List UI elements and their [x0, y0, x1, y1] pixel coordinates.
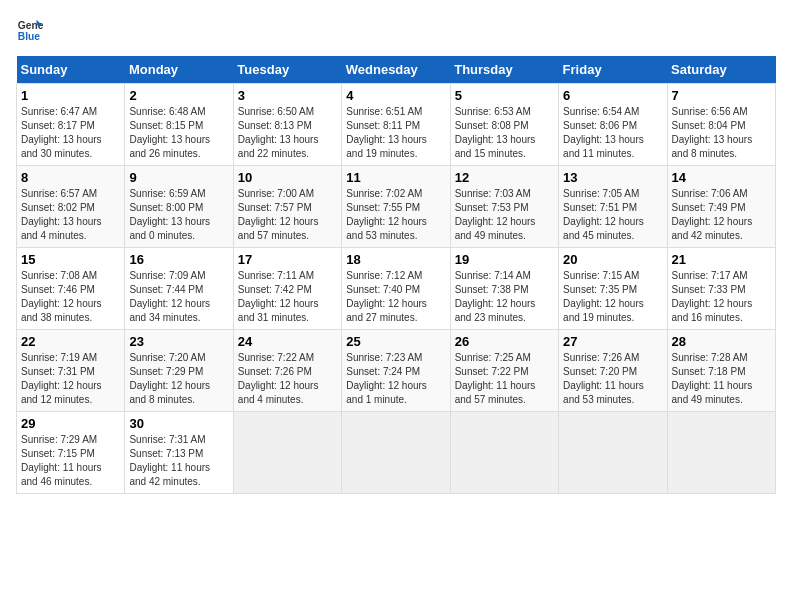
calendar-cell: 27Sunrise: 7:26 AM Sunset: 7:20 PM Dayli…: [559, 330, 667, 412]
calendar-cell: 19Sunrise: 7:14 AM Sunset: 7:38 PM Dayli…: [450, 248, 558, 330]
day-number: 22: [21, 334, 120, 349]
calendar-cell: 4Sunrise: 6:51 AM Sunset: 8:11 PM Daylig…: [342, 84, 450, 166]
calendar-cell: 25Sunrise: 7:23 AM Sunset: 7:24 PM Dayli…: [342, 330, 450, 412]
day-info: Sunrise: 6:54 AM Sunset: 8:06 PM Dayligh…: [563, 105, 662, 161]
calendar-header-row: SundayMondayTuesdayWednesdayThursdayFrid…: [17, 56, 776, 84]
day-info: Sunrise: 7:20 AM Sunset: 7:29 PM Dayligh…: [129, 351, 228, 407]
calendar-cell: 11Sunrise: 7:02 AM Sunset: 7:55 PM Dayli…: [342, 166, 450, 248]
calendar-cell: 17Sunrise: 7:11 AM Sunset: 7:42 PM Dayli…: [233, 248, 341, 330]
day-number: 19: [455, 252, 554, 267]
day-info: Sunrise: 7:08 AM Sunset: 7:46 PM Dayligh…: [21, 269, 120, 325]
calendar-cell: 2Sunrise: 6:48 AM Sunset: 8:15 PM Daylig…: [125, 84, 233, 166]
calendar-cell: 6Sunrise: 6:54 AM Sunset: 8:06 PM Daylig…: [559, 84, 667, 166]
day-info: Sunrise: 6:59 AM Sunset: 8:00 PM Dayligh…: [129, 187, 228, 243]
day-info: Sunrise: 6:51 AM Sunset: 8:11 PM Dayligh…: [346, 105, 445, 161]
day-info: Sunrise: 6:53 AM Sunset: 8:08 PM Dayligh…: [455, 105, 554, 161]
day-number: 16: [129, 252, 228, 267]
calendar-cell: [233, 412, 341, 494]
day-info: Sunrise: 7:00 AM Sunset: 7:57 PM Dayligh…: [238, 187, 337, 243]
day-of-week-header: Saturday: [667, 56, 775, 84]
day-number: 27: [563, 334, 662, 349]
day-of-week-header: Wednesday: [342, 56, 450, 84]
calendar-cell: 10Sunrise: 7:00 AM Sunset: 7:57 PM Dayli…: [233, 166, 341, 248]
calendar-cell: 13Sunrise: 7:05 AM Sunset: 7:51 PM Dayli…: [559, 166, 667, 248]
calendar-cell: 9Sunrise: 6:59 AM Sunset: 8:00 PM Daylig…: [125, 166, 233, 248]
day-number: 21: [672, 252, 771, 267]
day-info: Sunrise: 7:17 AM Sunset: 7:33 PM Dayligh…: [672, 269, 771, 325]
day-info: Sunrise: 6:56 AM Sunset: 8:04 PM Dayligh…: [672, 105, 771, 161]
day-number: 17: [238, 252, 337, 267]
day-info: Sunrise: 6:47 AM Sunset: 8:17 PM Dayligh…: [21, 105, 120, 161]
day-info: Sunrise: 7:06 AM Sunset: 7:49 PM Dayligh…: [672, 187, 771, 243]
day-info: Sunrise: 7:29 AM Sunset: 7:15 PM Dayligh…: [21, 433, 120, 489]
day-number: 9: [129, 170, 228, 185]
calendar-cell: 12Sunrise: 7:03 AM Sunset: 7:53 PM Dayli…: [450, 166, 558, 248]
day-info: Sunrise: 7:26 AM Sunset: 7:20 PM Dayligh…: [563, 351, 662, 407]
day-number: 7: [672, 88, 771, 103]
calendar-cell: [559, 412, 667, 494]
logo: General Blue: [16, 16, 44, 44]
calendar-cell: 15Sunrise: 7:08 AM Sunset: 7:46 PM Dayli…: [17, 248, 125, 330]
day-info: Sunrise: 7:31 AM Sunset: 7:13 PM Dayligh…: [129, 433, 228, 489]
day-info: Sunrise: 7:05 AM Sunset: 7:51 PM Dayligh…: [563, 187, 662, 243]
calendar-cell: 18Sunrise: 7:12 AM Sunset: 7:40 PM Dayli…: [342, 248, 450, 330]
day-info: Sunrise: 7:03 AM Sunset: 7:53 PM Dayligh…: [455, 187, 554, 243]
day-number: 29: [21, 416, 120, 431]
day-info: Sunrise: 6:48 AM Sunset: 8:15 PM Dayligh…: [129, 105, 228, 161]
svg-text:General: General: [18, 20, 44, 31]
day-number: 2: [129, 88, 228, 103]
day-of-week-header: Monday: [125, 56, 233, 84]
calendar-cell: 20Sunrise: 7:15 AM Sunset: 7:35 PM Dayli…: [559, 248, 667, 330]
calendar-table: SundayMondayTuesdayWednesdayThursdayFrid…: [16, 56, 776, 494]
calendar-cell: 26Sunrise: 7:25 AM Sunset: 7:22 PM Dayli…: [450, 330, 558, 412]
day-number: 18: [346, 252, 445, 267]
calendar-cell: [450, 412, 558, 494]
day-info: Sunrise: 7:23 AM Sunset: 7:24 PM Dayligh…: [346, 351, 445, 407]
day-info: Sunrise: 7:22 AM Sunset: 7:26 PM Dayligh…: [238, 351, 337, 407]
day-number: 8: [21, 170, 120, 185]
day-number: 30: [129, 416, 228, 431]
day-number: 23: [129, 334, 228, 349]
day-number: 14: [672, 170, 771, 185]
calendar-body: 1Sunrise: 6:47 AM Sunset: 8:17 PM Daylig…: [17, 84, 776, 494]
day-info: Sunrise: 7:15 AM Sunset: 7:35 PM Dayligh…: [563, 269, 662, 325]
day-number: 28: [672, 334, 771, 349]
day-number: 1: [21, 88, 120, 103]
calendar-cell: 30Sunrise: 7:31 AM Sunset: 7:13 PM Dayli…: [125, 412, 233, 494]
calendar-week-row: 22Sunrise: 7:19 AM Sunset: 7:31 PM Dayli…: [17, 330, 776, 412]
day-info: Sunrise: 7:11 AM Sunset: 7:42 PM Dayligh…: [238, 269, 337, 325]
page-header: General Blue: [16, 16, 776, 44]
calendar-cell: 1Sunrise: 6:47 AM Sunset: 8:17 PM Daylig…: [17, 84, 125, 166]
day-of-week-header: Friday: [559, 56, 667, 84]
calendar-week-row: 8Sunrise: 6:57 AM Sunset: 8:02 PM Daylig…: [17, 166, 776, 248]
day-info: Sunrise: 7:14 AM Sunset: 7:38 PM Dayligh…: [455, 269, 554, 325]
calendar-week-row: 15Sunrise: 7:08 AM Sunset: 7:46 PM Dayli…: [17, 248, 776, 330]
day-number: 11: [346, 170, 445, 185]
day-number: 20: [563, 252, 662, 267]
calendar-week-row: 29Sunrise: 7:29 AM Sunset: 7:15 PM Dayli…: [17, 412, 776, 494]
calendar-cell: 29Sunrise: 7:29 AM Sunset: 7:15 PM Dayli…: [17, 412, 125, 494]
calendar-cell: 22Sunrise: 7:19 AM Sunset: 7:31 PM Dayli…: [17, 330, 125, 412]
calendar-cell: 7Sunrise: 6:56 AM Sunset: 8:04 PM Daylig…: [667, 84, 775, 166]
day-of-week-header: Thursday: [450, 56, 558, 84]
calendar-cell: 5Sunrise: 6:53 AM Sunset: 8:08 PM Daylig…: [450, 84, 558, 166]
day-info: Sunrise: 7:28 AM Sunset: 7:18 PM Dayligh…: [672, 351, 771, 407]
day-info: Sunrise: 7:19 AM Sunset: 7:31 PM Dayligh…: [21, 351, 120, 407]
day-number: 3: [238, 88, 337, 103]
day-number: 12: [455, 170, 554, 185]
day-number: 6: [563, 88, 662, 103]
calendar-cell: 28Sunrise: 7:28 AM Sunset: 7:18 PM Dayli…: [667, 330, 775, 412]
day-info: Sunrise: 6:57 AM Sunset: 8:02 PM Dayligh…: [21, 187, 120, 243]
calendar-cell: [667, 412, 775, 494]
day-number: 15: [21, 252, 120, 267]
calendar-cell: 21Sunrise: 7:17 AM Sunset: 7:33 PM Dayli…: [667, 248, 775, 330]
day-info: Sunrise: 7:09 AM Sunset: 7:44 PM Dayligh…: [129, 269, 228, 325]
calendar-cell: 24Sunrise: 7:22 AM Sunset: 7:26 PM Dayli…: [233, 330, 341, 412]
day-number: 26: [455, 334, 554, 349]
calendar-cell: 8Sunrise: 6:57 AM Sunset: 8:02 PM Daylig…: [17, 166, 125, 248]
svg-text:Blue: Blue: [18, 31, 41, 42]
day-info: Sunrise: 7:12 AM Sunset: 7:40 PM Dayligh…: [346, 269, 445, 325]
day-info: Sunrise: 7:02 AM Sunset: 7:55 PM Dayligh…: [346, 187, 445, 243]
day-number: 5: [455, 88, 554, 103]
day-of-week-header: Tuesday: [233, 56, 341, 84]
